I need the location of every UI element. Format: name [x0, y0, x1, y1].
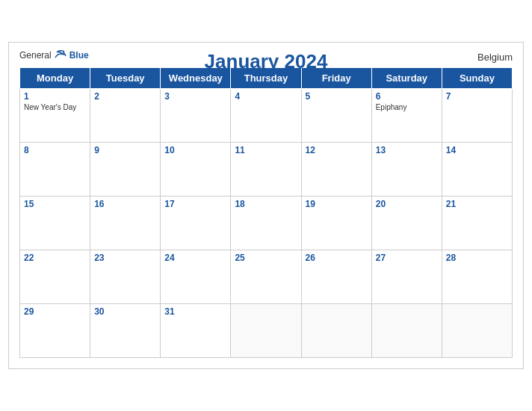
day-number: 12	[306, 145, 368, 155]
day-number: 19	[306, 199, 368, 209]
day-number: 15	[24, 199, 86, 209]
day-number: 22	[24, 253, 86, 263]
header-tuesday: Tuesday	[90, 68, 161, 89]
header-monday: Monday	[20, 68, 90, 89]
calendar-day-cell: 6Epiphany	[371, 89, 442, 143]
day-number: 10	[164, 145, 226, 155]
logo-blue-text: Blue	[69, 50, 89, 61]
calendar-month-year: January 2024	[205, 50, 328, 73]
calendar-day-cell	[301, 304, 371, 358]
calendar-day-cell: 12	[301, 143, 371, 197]
logo-area: General Blue	[19, 50, 89, 61]
day-number: 23	[94, 253, 156, 263]
calendar-day-cell: 20	[371, 197, 442, 250]
day-number: 9	[94, 145, 156, 155]
calendar-day-cell: 16	[90, 197, 161, 250]
day-number: 20	[376, 199, 438, 209]
day-number: 25	[235, 253, 297, 263]
day-number: 18	[235, 199, 297, 209]
day-number: 29	[24, 306, 86, 317]
calendar-day-cell: 17	[161, 197, 231, 250]
calendar-day-cell: 15	[20, 197, 90, 250]
day-number: 6	[376, 91, 438, 102]
calendar-header: General Blue January 2024 Belgium	[19, 50, 513, 63]
header-sunday: Sunday	[442, 68, 512, 89]
day-number: 5	[306, 91, 368, 102]
holiday-name: Epiphany	[376, 103, 438, 111]
header-saturday: Saturday	[371, 68, 442, 89]
day-number: 3	[164, 91, 226, 102]
day-number: 1	[24, 91, 86, 102]
calendar-day-cell: 28	[442, 250, 512, 304]
calendar-day-cell: 31	[161, 304, 231, 358]
calendar-day-cell: 2	[90, 89, 161, 143]
calendar-day-cell: 18	[231, 197, 301, 250]
day-number: 24	[164, 253, 226, 263]
calendar-day-cell: 22	[20, 250, 90, 304]
logo-text: General Blue	[19, 50, 89, 61]
calendar-week-row: 891011121314	[20, 143, 513, 197]
logo-general-text: General	[19, 50, 52, 61]
day-number: 30	[94, 306, 156, 317]
calendar-day-cell: 11	[231, 143, 301, 197]
day-number: 28	[446, 253, 508, 263]
calendar-day-cell: 10	[161, 143, 231, 197]
day-number: 16	[94, 199, 156, 209]
calendar-week-row: 22232425262728	[20, 250, 513, 304]
calendar-week-row: 15161718192021	[20, 197, 513, 250]
calendar-day-cell: 25	[231, 250, 301, 304]
calendar-day-cell: 9	[90, 143, 161, 197]
day-number: 2	[94, 91, 156, 102]
day-number: 14	[446, 145, 508, 155]
day-number: 8	[24, 145, 86, 155]
calendar-day-cell: 21	[442, 197, 512, 250]
calendar-title: January 2024	[205, 50, 328, 73]
calendar-day-cell: 23	[90, 250, 161, 304]
calendar-day-cell: 13	[371, 143, 442, 197]
calendar-day-cell: 29	[20, 304, 90, 358]
calendar-day-cell: 14	[442, 143, 512, 197]
country-label: Belgium	[477, 50, 513, 63]
day-number: 17	[164, 199, 226, 209]
calendar-day-cell	[231, 304, 301, 358]
calendar-day-cell: 3	[161, 89, 231, 143]
calendar-day-cell: 4	[231, 89, 301, 143]
day-number: 13	[376, 145, 438, 155]
calendar-day-cell: 19	[301, 197, 371, 250]
calendar-day-cell: 24	[161, 250, 231, 304]
calendar-day-cell: 8	[20, 143, 90, 197]
day-number: 27	[376, 253, 438, 263]
calendar-day-cell: 7	[442, 89, 512, 143]
calendar-week-row: 293031	[20, 304, 513, 358]
calendar-day-cell: 1New Year's Day	[20, 89, 90, 143]
calendar-container: General Blue January 2024 Belgium Monday…	[8, 42, 524, 369]
calendar-day-cell: 5	[301, 89, 371, 143]
calendar-day-cell: 27	[371, 250, 442, 304]
calendar-week-row: 1New Year's Day23456Epiphany7	[20, 89, 513, 143]
calendar-day-cell: 30	[90, 304, 161, 358]
day-number: 31	[164, 306, 226, 317]
logo-bird-icon	[54, 50, 67, 61]
day-number: 4	[235, 91, 297, 102]
day-number: 7	[446, 91, 508, 102]
calendar-day-cell: 26	[301, 250, 371, 304]
day-number: 11	[235, 145, 297, 155]
day-number: 26	[306, 253, 368, 263]
day-number: 21	[446, 199, 508, 209]
calendar-day-cell	[371, 304, 442, 358]
calendar-day-cell	[442, 304, 512, 358]
holiday-name: New Year's Day	[24, 103, 86, 111]
calendar-table: Monday Tuesday Wednesday Thursday Friday…	[19, 67, 513, 358]
